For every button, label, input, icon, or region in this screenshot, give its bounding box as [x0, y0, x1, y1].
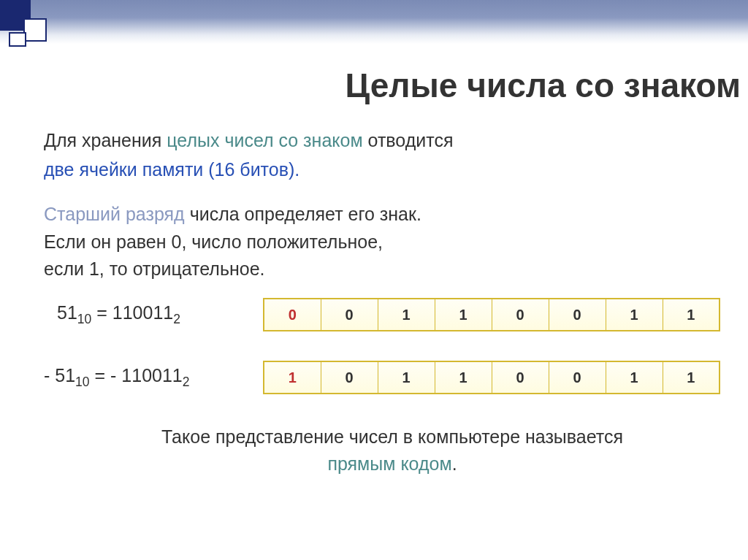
equation-positive: 5110 = 1100112: [44, 299, 263, 329]
bit-cell: 1: [378, 299, 435, 331]
equation-row-negative: - 5110 = - 1100112 1 0 1 1 0 0 1 1: [44, 361, 741, 394]
paragraph-3: Старший разряд числа определяет его знак…: [44, 201, 741, 283]
bit-cell: 1: [663, 361, 720, 394]
bit-table-positive: 0 0 1 1 0 0 1 1: [263, 298, 720, 331]
body-text: Для хранения целых чисел со знаком отвод…: [44, 127, 741, 478]
bit-cell: 1: [435, 361, 492, 394]
bit-cell: 1: [435, 299, 492, 331]
bit-cell: 1: [378, 361, 435, 394]
bit-cell: 0: [549, 361, 606, 394]
slide-title: Целые числа со знаком: [44, 66, 741, 105]
bit-cell: 1: [264, 361, 321, 394]
bit-cell: 0: [492, 361, 549, 394]
bit-cell: 1: [663, 299, 720, 331]
logo-decoration: [0, 0, 51, 45]
header-gradient: [0, 0, 748, 44]
paragraph-2: две ячейки памяти (16 битов).: [44, 156, 741, 184]
slide-content: Целые числа со знаком Для хранения целых…: [44, 66, 741, 478]
footer-paragraph: Такое представление чисел в компьютере н…: [44, 423, 741, 478]
equation-row-positive: 5110 = 1100112 0 0 1 1 0 0 1 1: [44, 298, 741, 331]
bit-cell: 0: [549, 299, 606, 331]
bit-cell: 0: [264, 299, 321, 331]
bit-cell: 0: [321, 361, 378, 394]
bit-cell: 1: [606, 299, 663, 331]
equation-negative: - 5110 = - 1100112: [44, 362, 263, 391]
bit-cell: 0: [321, 299, 378, 331]
bit-cell: 1: [606, 361, 663, 394]
paragraph-1: Для хранения целых чисел со знаком отвод…: [44, 127, 741, 155]
bit-table-negative: 1 0 1 1 0 0 1 1: [263, 361, 720, 394]
bit-cell: 0: [492, 299, 549, 331]
